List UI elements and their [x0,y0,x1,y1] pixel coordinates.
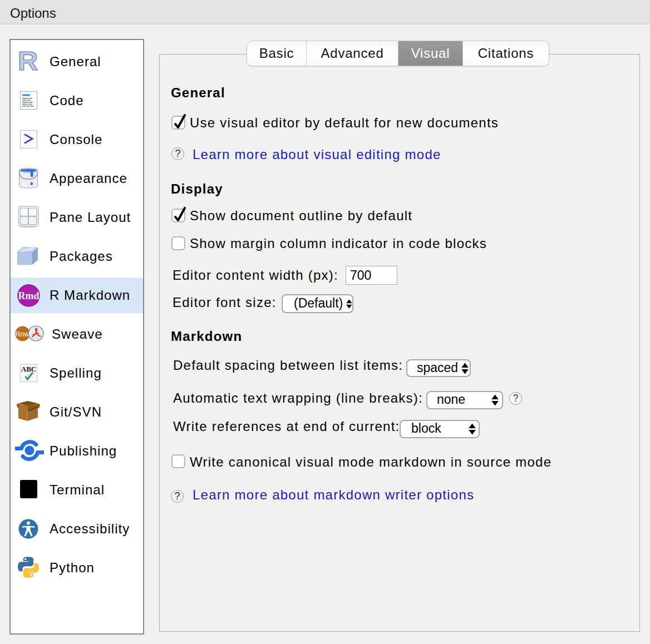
svg-text:R: R [18,51,38,73]
svg-text:Rmd: Rmd [18,290,39,301]
svg-text:ABC: ABC [21,364,36,373]
svg-text:Rnw: Rnw [15,330,29,338]
